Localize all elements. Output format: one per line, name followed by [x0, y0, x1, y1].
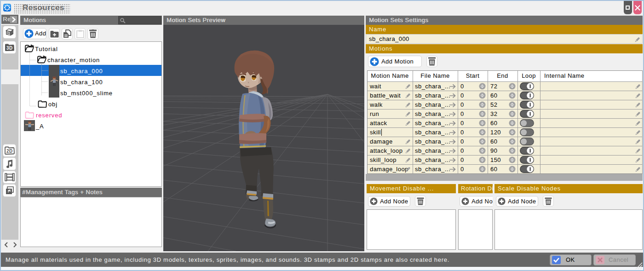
svg-text:2D: 2D [6, 149, 13, 154]
svg-text:3D: 3D [6, 46, 13, 51]
